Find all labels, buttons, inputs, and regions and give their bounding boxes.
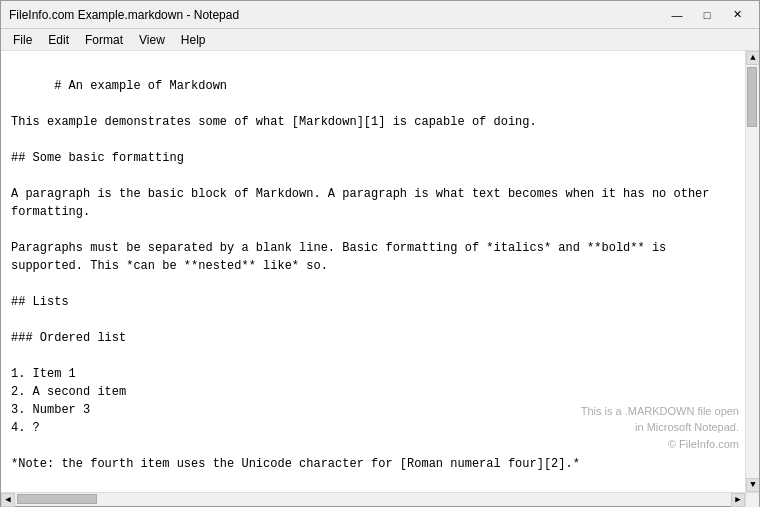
scroll-down-arrow[interactable]: ▼: [746, 478, 759, 492]
menu-bar: File Edit Format View Help: [1, 29, 759, 51]
scroll-right-arrow[interactable]: ▶: [731, 493, 745, 507]
menu-file[interactable]: File: [5, 31, 40, 49]
editor-area: # An example of Markdown This example de…: [1, 51, 759, 492]
editor-text: # An example of Markdown This example de…: [11, 79, 724, 492]
window-controls: — □ ✕: [663, 5, 751, 25]
minimize-button[interactable]: —: [663, 5, 691, 25]
scroll-left-arrow[interactable]: ◀: [1, 493, 15, 507]
menu-format[interactable]: Format: [77, 31, 131, 49]
scroll-track[interactable]: [746, 65, 759, 478]
window-title: FileInfo.com Example.markdown - Notepad: [9, 8, 663, 22]
close-button[interactable]: ✕: [723, 5, 751, 25]
scroll-up-arrow[interactable]: ▲: [746, 51, 759, 65]
horizontal-scrollbar[interactable]: ◀ ▶: [1, 493, 745, 506]
h-scroll-track[interactable]: [15, 493, 731, 507]
scrollbar-corner: [745, 493, 759, 507]
scroll-thumb[interactable]: [747, 67, 757, 127]
text-editor[interactable]: # An example of Markdown This example de…: [1, 51, 745, 492]
horizontal-scrollbar-row: ◀ ▶: [1, 492, 759, 506]
menu-help[interactable]: Help: [173, 31, 214, 49]
notepad-window: FileInfo.com Example.markdown - Notepad …: [0, 0, 760, 507]
menu-view[interactable]: View: [131, 31, 173, 49]
h-scroll-thumb[interactable]: [17, 494, 97, 504]
menu-edit[interactable]: Edit: [40, 31, 77, 49]
maximize-button[interactable]: □: [693, 5, 721, 25]
title-bar: FileInfo.com Example.markdown - Notepad …: [1, 1, 759, 29]
vertical-scrollbar[interactable]: ▲ ▼: [745, 51, 759, 492]
